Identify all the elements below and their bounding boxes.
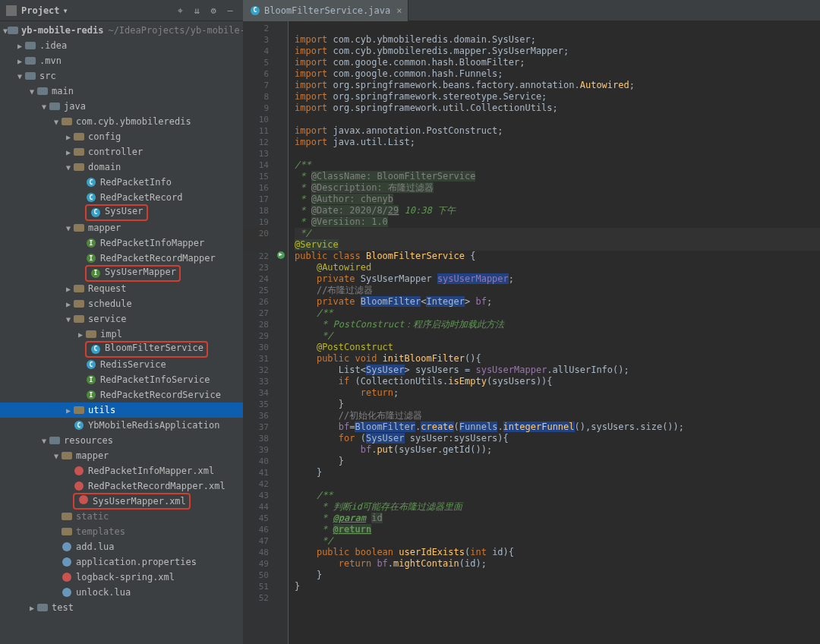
tree-item[interactable]: logback-spring.xml [0,570,243,585]
tree-item[interactable]: application.properties [0,554,243,570]
editor-tabs: C BloomFilterService.java × [243,0,820,21]
tree-item[interactable]: ▼com.cyb.ybmobileredis [0,114,243,129]
tree-item[interactable]: CRedPacketInfo [0,175,243,190]
line-gutter[interactable]: 234567891011121314151617181920 222324252… [243,21,273,644]
tree-item[interactable]: ▼java [0,99,243,114]
tab-label: BloomFilterService.java [264,5,390,16]
tree-item[interactable]: CRedPacketRecord [0,190,243,205]
code-area[interactable]: 234567891011121314151617181920 222324252… [243,21,820,644]
tree-item[interactable]: RedPacketInfoMapper.xml [0,463,243,478]
tree-item[interactable]: add.lua [0,539,243,554]
editor: C BloomFilterService.java × 234567891011… [243,0,820,644]
tree-item[interactable]: ▼resources [0,433,243,448]
tree-item[interactable]: ▶.mvn [0,53,243,68]
tree-item[interactable]: ▶utils [0,402,243,418]
gutter-marks[interactable]: ▶ [273,21,289,644]
tree-item[interactable]: RedPacketRecordMapper.xml [0,478,243,494]
hide-icon[interactable]: — [223,4,237,17]
dropdown-icon[interactable]: ▾ [63,5,68,16]
tree-item[interactable]: ISysUserMapper [0,266,243,281]
tree-item[interactable]: CRedisService [0,357,243,372]
locate-icon[interactable]: ⌖ [173,4,187,17]
tree-item[interactable]: IRedPacketRecordService [0,387,243,402]
tree-item[interactable]: ▶Request [0,281,243,296]
tree-item[interactable]: ▶config [0,129,243,144]
tree-item[interactable]: ▼mapper [0,220,243,235]
tree-item[interactable]: ▶test [0,600,243,615]
tree-item[interactable]: IRedPacketInfoMapper [0,235,243,251]
file-tab[interactable]: C BloomFilterService.java × [243,0,408,21]
tree-root[interactable]: ▼yb-mobile-redis~/IdeaProjects/yb-mobile… [0,23,243,38]
close-icon[interactable]: × [396,5,402,16]
tree-item[interactable]: CBloomFilterService [0,342,243,357]
tree-item[interactable]: unlock.lua [0,585,243,600]
tree-item[interactable]: ▶.idea [0,38,243,53]
tree-item[interactable]: CSysUser [0,205,243,220]
tree-item[interactable]: templates [0,524,243,539]
tree-item[interactable]: ▼service [0,311,243,327]
tree-item[interactable]: ▼mapper [0,448,243,463]
tree-item[interactable]: IRedPacketRecordMapper [0,251,243,266]
java-class-icon: C [251,6,260,15]
sidebar-title: Project [21,5,60,16]
collapse-icon[interactable]: ⇊ [190,4,203,17]
gear-icon[interactable]: ⚙ [207,4,220,17]
tree-item[interactable]: static [0,509,243,524]
tree-item[interactable]: SysUserMapper.xml [0,494,243,509]
sidebar-header: Project ▾ ⌖ ⇊ ⚙ — [0,0,243,21]
tree-item[interactable]: ▼src [0,68,243,84]
project-sidebar: Project ▾ ⌖ ⇊ ⚙ — ▼yb-mobile-redis~/Idea… [0,0,243,644]
code-content[interactable]: import com.cyb.ybmobileredis.domain.SysU… [289,21,820,644]
tree-item[interactable]: ▶schedule [0,296,243,311]
tree-item[interactable]: ▼main [0,84,243,99]
tree-item[interactable]: ▶controller [0,144,243,159]
project-icon [6,5,17,16]
tree-item[interactable]: CYbMobileRedisApplication [0,418,243,433]
tree-item[interactable]: IRedPacketInfoService [0,372,243,387]
project-tree[interactable]: ▼yb-mobile-redis~/IdeaProjects/yb-mobile… [0,21,243,644]
tree-item[interactable]: ▼domain [0,159,243,175]
tree-item[interactable]: ▶impl [0,327,243,342]
